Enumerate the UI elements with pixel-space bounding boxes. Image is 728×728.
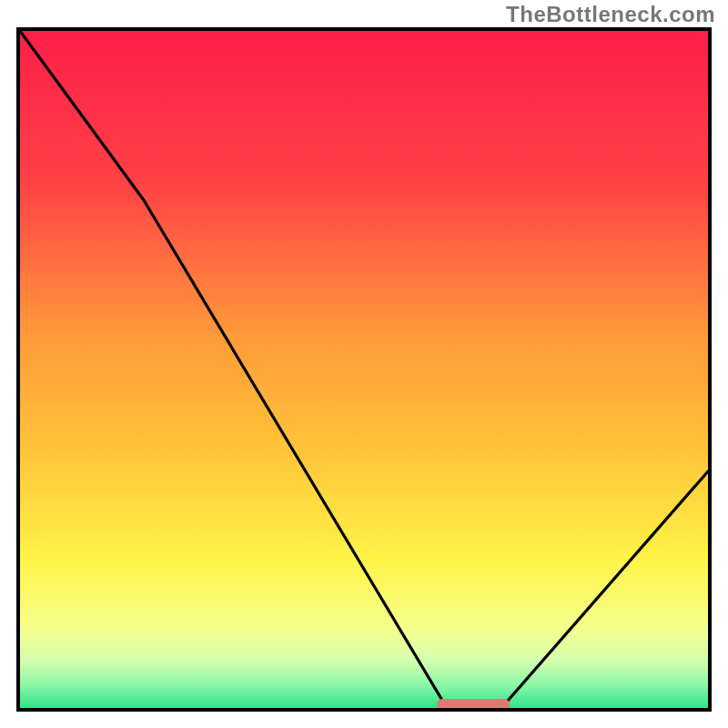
watermark-text: TheBottleneck.com bbox=[506, 2, 715, 27]
plot-frame bbox=[16, 27, 712, 712]
chart-container: TheBottleneck.com bbox=[0, 0, 728, 728]
optimal-range-marker bbox=[437, 699, 510, 710]
bottleneck-curve bbox=[20, 31, 708, 708]
